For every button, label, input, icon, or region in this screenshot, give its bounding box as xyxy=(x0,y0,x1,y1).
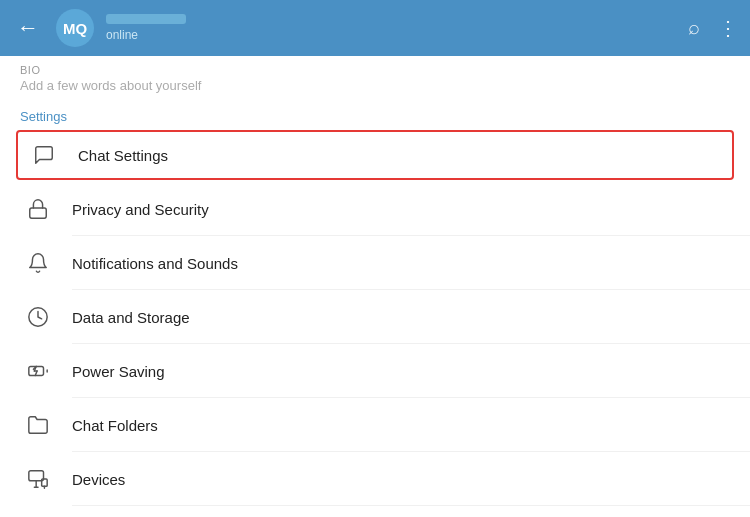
topbar: ← MQ online ⌕ ⋮ xyxy=(0,0,750,56)
user-info: online xyxy=(106,14,676,42)
menu-item-data[interactable]: Data and Storage xyxy=(0,290,750,344)
menu-item-chat-settings[interactable]: Chat Settings xyxy=(16,130,734,180)
menu-item-folders[interactable]: Chat Folders xyxy=(0,398,750,452)
data-storage-label: Data and Storage xyxy=(72,309,730,326)
devices-label: Devices xyxy=(72,471,730,488)
more-icon[interactable]: ⋮ xyxy=(718,16,738,40)
privacy-label: Privacy and Security xyxy=(72,201,730,218)
chat-icon xyxy=(26,144,62,166)
clock-icon xyxy=(20,306,56,328)
menu-item-language[interactable]: Language English xyxy=(0,506,750,517)
user-status: online xyxy=(106,28,676,42)
topbar-actions: ⌕ ⋮ xyxy=(688,16,738,40)
lock-icon xyxy=(20,198,56,220)
chat-settings-label: Chat Settings xyxy=(78,147,724,164)
menu-item-devices[interactable]: Devices xyxy=(0,452,750,506)
monitor-icon xyxy=(20,468,56,490)
svg-rect-0 xyxy=(30,208,47,218)
username-bar xyxy=(106,14,186,24)
bio-placeholder: Add a few words about yourself xyxy=(20,78,730,93)
search-icon[interactable]: ⌕ xyxy=(688,16,700,40)
folder-icon xyxy=(20,414,56,436)
settings-group-label: Settings xyxy=(0,99,750,128)
bio-label: BIO xyxy=(20,64,730,76)
settings-section: Settings Chat Settings Privacy and Secur… xyxy=(0,99,750,517)
battery-icon xyxy=(20,360,56,382)
back-button[interactable]: ← xyxy=(12,15,44,41)
menu-item-notifications[interactable]: Notifications and Sounds xyxy=(0,236,750,290)
bell-icon xyxy=(20,252,56,274)
avatar: MQ xyxy=(56,9,94,47)
content-area: BIO Add a few words about yourself Setti… xyxy=(0,56,750,517)
chat-folders-label: Chat Folders xyxy=(72,417,730,434)
menu-item-power[interactable]: Power Saving xyxy=(0,344,750,398)
bio-section: BIO Add a few words about yourself xyxy=(0,56,750,99)
menu-item-privacy[interactable]: Privacy and Security xyxy=(0,182,750,236)
power-saving-label: Power Saving xyxy=(72,363,730,380)
notifications-label: Notifications and Sounds xyxy=(72,255,730,272)
